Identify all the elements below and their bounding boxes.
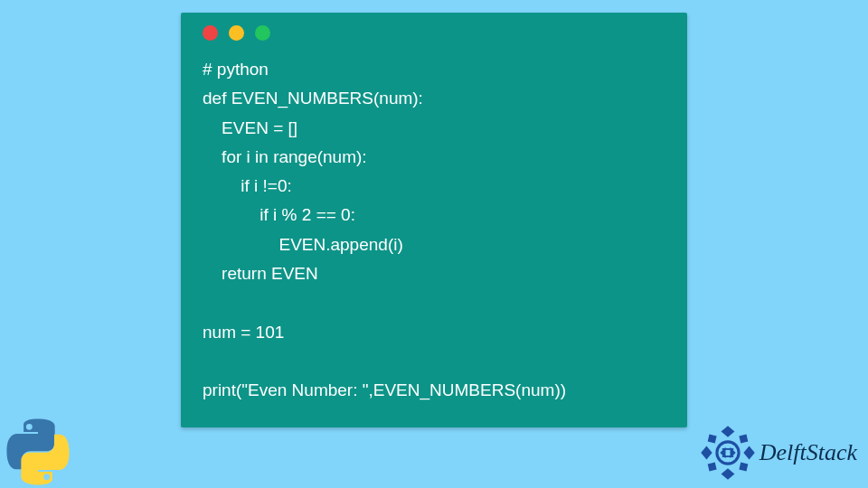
svg-rect-13	[722, 455, 733, 457]
brand-name: DelftStack	[760, 439, 857, 466]
close-icon	[203, 25, 218, 41]
python-logo-icon	[4, 418, 72, 486]
minimize-icon	[229, 25, 244, 41]
delftstack-logo-icon	[700, 425, 756, 481]
svg-marker-0	[721, 426, 734, 436]
svg-rect-12	[722, 448, 733, 450]
svg-marker-2	[701, 446, 712, 460]
code-block: # python def EVEN_NUMBERS(num): EVEN = […	[181, 46, 687, 409]
svg-marker-7	[739, 463, 748, 472]
delftstack-brand: DelftStack	[700, 425, 857, 481]
svg-marker-6	[707, 463, 716, 472]
svg-marker-4	[707, 435, 716, 444]
window-titlebar	[181, 13, 687, 46]
svg-marker-5	[739, 435, 748, 444]
svg-marker-1	[721, 468, 734, 479]
svg-marker-3	[743, 446, 754, 460]
maximize-icon	[255, 25, 270, 41]
code-window: # python def EVEN_NUMBERS(num): EVEN = […	[181, 13, 687, 427]
